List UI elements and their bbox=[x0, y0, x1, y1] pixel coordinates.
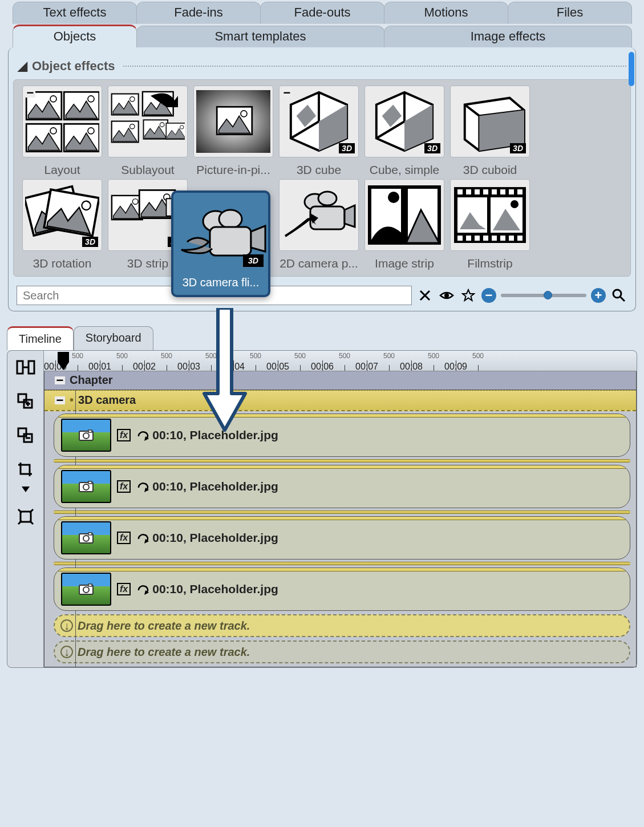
svg-point-62 bbox=[219, 210, 242, 228]
timeline-ruler[interactable]: 00:0050000:0150000:0250000:0350000:04500… bbox=[44, 351, 637, 371]
svg-point-58 bbox=[511, 200, 519, 208]
minus-icon[interactable]: − bbox=[282, 88, 292, 98]
effect-layout[interactable]: −Layout bbox=[21, 86, 104, 177]
timeline-clip[interactable]: fx00:10, Placeholder.jpg bbox=[54, 465, 630, 508]
vertical-scrollbar[interactable] bbox=[629, 52, 634, 86]
svg-text:3D: 3D bbox=[248, 256, 258, 265]
svg-point-34 bbox=[318, 192, 337, 205]
timeline-clip[interactable]: fx00:10, Placeholder.jpg bbox=[54, 414, 630, 457]
svg-point-5 bbox=[50, 128, 56, 134]
loop-icon[interactable] bbox=[136, 481, 150, 492]
section-title: Object effects bbox=[32, 59, 115, 74]
effect-pip[interactable]: Picture-in-pi... bbox=[192, 86, 275, 177]
tab-objects[interactable]: Objects bbox=[13, 25, 137, 48]
loop-icon[interactable] bbox=[136, 583, 150, 595]
effect-label: Layout bbox=[21, 163, 104, 177]
tab-motions[interactable]: Motions bbox=[384, 2, 508, 24]
effect-drag-preview[interactable]: 3D 3D camera fli... bbox=[171, 190, 270, 297]
effect-filmstrip[interactable]: Filmstrip bbox=[448, 179, 532, 270]
clip-label: 00:10, Placeholder.jpg bbox=[152, 582, 278, 596]
svg-rect-45 bbox=[466, 236, 471, 241]
ruler-label: 00:05 bbox=[266, 362, 289, 371]
svg-rect-81 bbox=[88, 533, 92, 535]
ruler-label: 00:03 bbox=[177, 362, 200, 371]
effect-rotation[interactable]: 3D3D rotation bbox=[21, 179, 104, 270]
svg-rect-68 bbox=[18, 394, 26, 402]
fx-icon[interactable]: fx bbox=[117, 480, 131, 493]
star-favorite-icon[interactable] bbox=[460, 287, 477, 304]
fx-icon[interactable]: fx bbox=[117, 583, 131, 595]
tab-row-upper: Text effectsFade-insFade-outsMotionsFile… bbox=[0, 0, 644, 24]
svg-point-20 bbox=[241, 111, 247, 117]
ruler-label: 00:09 bbox=[444, 362, 467, 371]
chapter-header[interactable]: − Chapter bbox=[44, 371, 636, 390]
lower-tab-storyboard[interactable]: Storyboard bbox=[74, 326, 153, 350]
tab-image-effects[interactable]: Image effects bbox=[384, 26, 632, 48]
svg-rect-70 bbox=[18, 428, 26, 436]
effect-campan[interactable]: 2D camera p... bbox=[277, 179, 361, 270]
effect-cuboid[interactable]: 3D3D cuboid bbox=[448, 86, 532, 177]
svg-point-15 bbox=[160, 123, 164, 127]
ruler-minor-label: 500 bbox=[161, 352, 172, 360]
effect-cube[interactable]: −3D3D cube bbox=[277, 86, 361, 177]
track-header[interactable]: − • 3D camera bbox=[44, 390, 636, 411]
svg-rect-42 bbox=[457, 189, 463, 194]
zoom-in-button[interactable]: + bbox=[591, 288, 606, 303]
clip-label: 00:10, Placeholder.jpg bbox=[152, 480, 278, 493]
svg-rect-49 bbox=[483, 236, 488, 241]
tab-fade-outs[interactable]: Fade-outs bbox=[260, 2, 384, 24]
crop-icon[interactable] bbox=[15, 459, 37, 481]
zoom-slider-knob[interactable] bbox=[544, 291, 552, 299]
loop-icon[interactable] bbox=[136, 532, 150, 544]
zoom-out-button[interactable]: − bbox=[481, 288, 496, 303]
ruler-label: 00:06 bbox=[311, 362, 334, 371]
svg-rect-63 bbox=[210, 227, 251, 256]
svg-point-17 bbox=[180, 125, 184, 129]
effect-label: 3D cube bbox=[277, 163, 361, 177]
svg-point-13 bbox=[130, 124, 135, 129]
svg-point-24 bbox=[81, 200, 91, 210]
svg-point-1 bbox=[50, 96, 56, 102]
fit-view-icon[interactable] bbox=[15, 506, 37, 528]
effect-imagestrip[interactable]: Image strip bbox=[363, 179, 446, 270]
remove-track-icon[interactable] bbox=[15, 425, 37, 447]
ruler-label: 00:07 bbox=[355, 362, 378, 371]
object-effects-header[interactable]: ◢ Object effects bbox=[9, 55, 635, 79]
svg-rect-66 bbox=[17, 361, 23, 374]
tab-text-effects[interactable]: Text effects bbox=[13, 2, 137, 24]
svg-point-37 bbox=[388, 192, 399, 203]
tab-fade-ins[interactable]: Fade-ins bbox=[136, 2, 261, 24]
svg-rect-51 bbox=[492, 236, 497, 241]
minus-icon[interactable]: − bbox=[55, 396, 65, 404]
timeline-clip[interactable]: fx00:10, Placeholder.jpg bbox=[54, 516, 630, 560]
effect-sublayout[interactable]: Sublayout bbox=[106, 86, 189, 177]
effect-label: Picture-in-pi... bbox=[192, 163, 275, 177]
fx-icon[interactable]: fx bbox=[117, 532, 131, 544]
minus-icon[interactable]: − bbox=[55, 376, 65, 384]
minus-icon[interactable]: − bbox=[25, 88, 35, 98]
tab-files[interactable]: Files bbox=[508, 2, 632, 24]
eye-icon[interactable] bbox=[438, 287, 455, 304]
drop-zone-new-track[interactable]: ↓ Drag here to create a new track. bbox=[54, 614, 630, 637]
split-clip-icon[interactable] bbox=[15, 356, 37, 378]
timeline-clip[interactable]: fx00:10, Placeholder.jpg bbox=[54, 567, 630, 611]
tab-smart-templates[interactable]: Smart templates bbox=[136, 26, 384, 48]
magnifier-icon[interactable] bbox=[610, 287, 627, 304]
drop-zone-new-track[interactable]: ↓ Drag here to create a new track. bbox=[54, 640, 630, 663]
zoom-slider[interactable] bbox=[501, 294, 586, 297]
fx-icon[interactable]: fx bbox=[117, 429, 131, 441]
clear-search-icon[interactable] bbox=[416, 287, 434, 304]
svg-rect-56 bbox=[517, 189, 523, 194]
effect-cube[interactable]: 3DCube, simple bbox=[363, 86, 446, 177]
add-track-icon[interactable] bbox=[15, 391, 37, 412]
lower-tab-timeline[interactable]: Timeline bbox=[7, 326, 74, 350]
svg-point-59 bbox=[444, 293, 449, 298]
effect-label: Filmstrip bbox=[448, 257, 532, 270]
clip-label: 00:10, Placeholder.jpg bbox=[152, 531, 278, 545]
effects-toolbar: − + bbox=[11, 282, 633, 306]
dropdown-triangle-icon[interactable] bbox=[15, 485, 37, 493]
effect-label: Sublayout bbox=[106, 163, 189, 177]
svg-rect-72 bbox=[21, 512, 31, 522]
loop-icon[interactable] bbox=[136, 429, 150, 441]
playhead[interactable] bbox=[56, 351, 70, 371]
